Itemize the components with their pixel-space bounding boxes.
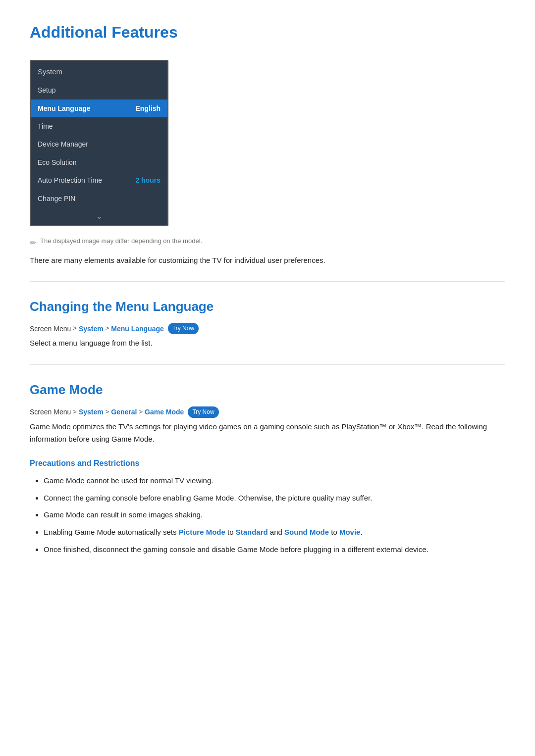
menu-item: Eco Solution — [31, 153, 167, 171]
breadcrumb-link[interactable]: General — [111, 406, 137, 417]
breadcrumb-link[interactable]: Menu Language — [111, 323, 164, 334]
menu-item-label: Menu Language — [38, 103, 91, 114]
breadcrumb-chevron-icon: > — [106, 407, 109, 417]
menu-item: Setup — [31, 81, 167, 99]
breadcrumb-plain: Screen Menu — [30, 323, 71, 334]
note-text: The displayed image may differ depending… — [40, 236, 202, 247]
inline-link[interactable]: Movie — [339, 528, 361, 536]
section-divider — [30, 364, 505, 365]
breadcrumb-chevron-icon: > — [139, 407, 143, 417]
menu-item: Menu LanguageEnglish — [31, 100, 167, 117]
section-title-changing-menu-language: Changing the Menu Language — [30, 297, 505, 317]
breadcrumb-chevron-icon: > — [106, 323, 109, 334]
breadcrumb-changing-menu-language: Screen Menu > System > Menu LanguageTry … — [30, 323, 505, 334]
menu-item-label: Auto Protection Time — [38, 175, 102, 186]
breadcrumb-chevron-icon: > — [73, 323, 77, 334]
page-title: Additional Features — [30, 20, 505, 45]
breadcrumb-link[interactable]: System — [79, 406, 104, 417]
sub-section-title: Precautions and Restrictions — [30, 457, 505, 470]
menu-item-label: Time — [38, 121, 53, 132]
list-item: Game Mode cannot be used for normal TV v… — [44, 475, 505, 487]
section-body-changing-menu-language: Select a menu language from the list. — [30, 337, 505, 350]
list-item: Once finished, disconnect the gaming con… — [44, 544, 505, 556]
menu-item: Change PIN — [31, 190, 167, 207]
menu-item-label: Eco Solution — [38, 157, 77, 168]
menu-item-value: 2 hours — [135, 175, 160, 186]
breadcrumb-plain: Screen Menu — [30, 406, 71, 417]
section-divider-1 — [30, 281, 505, 282]
menu-item: Time — [31, 117, 167, 135]
section-body-game-mode: Game Mode optimizes the TV's settings fo… — [30, 421, 505, 446]
menu-item: Device Manager — [31, 135, 167, 153]
list-item: Enabling Game Mode automatically sets Pi… — [44, 526, 505, 539]
inline-link[interactable]: Standard — [236, 528, 268, 536]
breadcrumb-chevron-icon: > — [73, 407, 77, 417]
intro-text: There are many elements available for cu… — [30, 254, 505, 266]
try-now-button[interactable]: Try Now — [188, 406, 218, 418]
menu-chevron-icon: ⌄ — [31, 207, 167, 225]
inline-link[interactable]: Picture Mode — [179, 528, 225, 536]
inline-link[interactable]: Sound Mode — [284, 528, 329, 536]
breadcrumb-link[interactable]: System — [79, 323, 104, 334]
bullet-list: Game Mode cannot be used for normal TV v… — [30, 475, 505, 556]
try-now-button[interactable]: Try Now — [168, 323, 199, 334]
menu-item-label: Setup — [38, 85, 56, 96]
menu-box-title: System — [31, 61, 167, 81]
list-item: Connect the gaming console before enabli… — [44, 492, 505, 504]
pencil-icon: ✏ — [30, 237, 36, 250]
menu-item-label: Change PIN — [38, 193, 75, 204]
tv-menu-box: System SetupMenu LanguageEnglishTimeDevi… — [30, 60, 168, 226]
menu-item-value: English — [135, 103, 160, 114]
menu-item-label: Device Manager — [38, 139, 88, 150]
breadcrumb-link[interactable]: Game Mode — [145, 406, 184, 417]
image-note: ✏ The displayed image may differ dependi… — [30, 236, 505, 250]
menu-item: Auto Protection Time2 hours — [31, 171, 167, 189]
section-title-game-mode: Game Mode — [30, 380, 505, 401]
list-item: Game Mode can result in some images shak… — [44, 509, 505, 521]
breadcrumb-game-mode: Screen Menu > System > General > Game Mo… — [30, 406, 505, 418]
